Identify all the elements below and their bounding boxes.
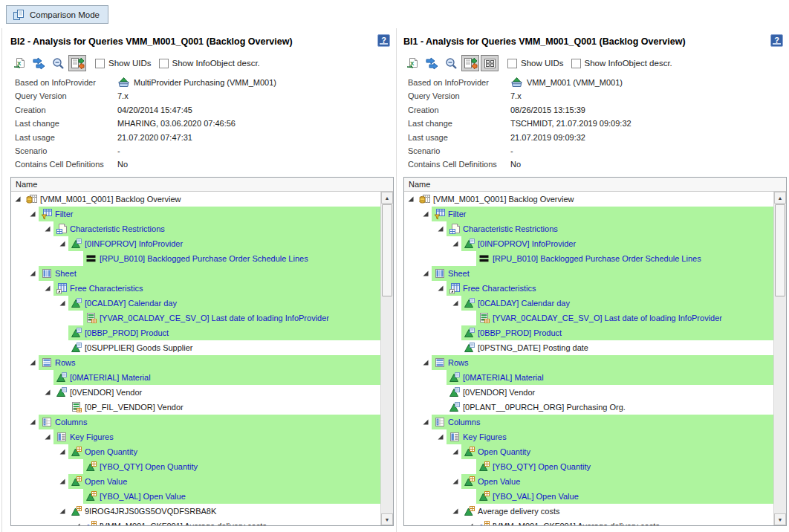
expander-icon[interactable]: [407, 195, 415, 203]
scroll-down-button[interactable]: ▼: [381, 513, 393, 525]
expander-icon[interactable]: [437, 285, 444, 292]
expander-icon[interactable]: [452, 507, 459, 515]
tree-row[interactable]: [0P_FIL_VENDOR] Vendor: [11, 400, 380, 415]
tree-row[interactable]: Free Characteristics: [11, 281, 380, 296]
compare-documents-button[interactable]: [461, 55, 479, 71]
expander-icon[interactable]: [14, 195, 22, 203]
tree-row[interactable]: [0MATERIAL] Material: [404, 370, 773, 385]
tree-row[interactable]: [YBO_VAL] Open Value: [404, 489, 773, 504]
transfer-arrows-button[interactable]: [30, 55, 48, 71]
tree-row[interactable]: [YVAR_0CALDAY_CE_SV_O] Last date of load…: [404, 311, 773, 325]
tree-row[interactable]: Sheet: [404, 266, 773, 281]
tree-row[interactable]: Filter: [11, 207, 380, 221]
expander-icon[interactable]: [29, 418, 36, 426]
tree-row[interactable]: Sheet: [11, 266, 380, 281]
tree-row[interactable]: [0MATERIAL] Material: [11, 370, 380, 385]
tree-row[interactable]: [VMM_M001_Q001] Backlog Overview: [11, 192, 380, 207]
show-uids-checkbox[interactable]: Show UIDs: [507, 59, 564, 68]
tree-row[interactable]: [0VENDOR] Vendor: [11, 385, 380, 400]
expander-icon[interactable]: [44, 225, 51, 233]
comparison-mode-button[interactable]: Comparison Mode: [6, 5, 108, 24]
compare-documents-button[interactable]: [68, 55, 86, 71]
tree-row[interactable]: Open Quantity: [404, 444, 773, 459]
expander-icon[interactable]: [44, 433, 51, 441]
tree-row[interactable]: Free Characteristics: [404, 281, 773, 296]
tree-row[interactable]: [YBO_VAL] Open Value: [11, 489, 380, 504]
tree-row[interactable]: [0BBP_PROD] Product: [404, 325, 773, 340]
tree-row[interactable]: Key Figures: [404, 429, 773, 444]
tree-row[interactable]: Open Value: [404, 474, 773, 489]
expander-icon[interactable]: [59, 240, 66, 247]
expander-icon[interactable]: [29, 210, 36, 218]
tree-row[interactable]: Characteristic Restrictions: [11, 221, 380, 236]
expander-icon[interactable]: [422, 359, 429, 366]
tree-row[interactable]: [YBO_QTY] Open Quantity: [404, 459, 773, 474]
expander-icon[interactable]: [422, 270, 429, 277]
checkbox-box[interactable]: [571, 59, 581, 68]
search-zoom-button[interactable]: [49, 55, 67, 71]
tree-row[interactable]: Rows: [11, 355, 380, 370]
expander-icon[interactable]: [59, 299, 66, 307]
tree-row[interactable]: [YVAR_0CALDAY_CE_SV_O] Last date of load…: [11, 311, 380, 325]
tree-row[interactable]: [0PLANT__0PURCH_ORG] Purchasing Org.: [404, 400, 773, 415]
tree-row[interactable]: fx[VMM_M001_CKF001] Average delivery cos…: [404, 519, 773, 525]
expander-icon[interactable]: [452, 478, 459, 485]
tree-row[interactable]: [0INFOPROV] InfoProvider: [404, 236, 773, 251]
expander-icon[interactable]: [452, 299, 459, 307]
show-uids-checkbox[interactable]: Show UIDs: [95, 59, 152, 68]
tree-row[interactable]: Open Quantity: [11, 444, 380, 459]
tree-row[interactable]: Columns: [404, 415, 773, 429]
tree-row[interactable]: Open Value: [11, 474, 380, 489]
scroll-down-button[interactable]: ▼: [774, 513, 786, 525]
show-infoobject-checkbox[interactable]: Show InfoObject descr.: [571, 59, 672, 68]
expander-icon[interactable]: [467, 522, 474, 525]
tree-row[interactable]: Key Figures: [11, 429, 380, 444]
export-excel-button[interactable]: X: [10, 55, 28, 71]
tree-row[interactable]: Rows: [404, 355, 773, 370]
expander-icon[interactable]: [452, 240, 459, 247]
tree-row[interactable]: [0CALDAY] Calendar day: [404, 296, 773, 311]
tree-row[interactable]: [YBO_QTY] Open Quantity: [11, 459, 380, 474]
expander-icon[interactable]: [452, 448, 459, 455]
split-columns-button[interactable]: [481, 55, 499, 71]
help-icon[interactable]: ?: [770, 34, 783, 47]
expander-icon[interactable]: [437, 433, 444, 441]
tree-row[interactable]: Average delivery costs: [404, 504, 773, 519]
expander-icon[interactable]: [59, 478, 66, 485]
tree-row[interactable]: 9IROG4JRJS0GS5OVQDFSRBA8K: [11, 504, 380, 519]
checkbox-box[interactable]: [159, 59, 169, 68]
expander-icon[interactable]: [44, 389, 51, 396]
search-zoom-button[interactable]: [442, 55, 460, 71]
scroll-up-button[interactable]: ▲: [774, 192, 786, 204]
scrollbar-thumb[interactable]: [775, 204, 785, 296]
tree-row[interactable]: [0CALDAY] Calendar day: [11, 296, 380, 311]
help-icon[interactable]: ?: [377, 34, 390, 47]
scroll-up-button[interactable]: ▲: [381, 192, 393, 204]
expander-icon[interactable]: [74, 522, 81, 525]
expander-icon[interactable]: [29, 359, 36, 366]
tree-row[interactable]: Filter: [404, 207, 773, 221]
vertical-scrollbar[interactable]: ▲ ▼: [773, 192, 786, 525]
show-infoobject-checkbox[interactable]: Show InfoObject descr.: [159, 59, 260, 68]
tree-row[interactable]: [0BBP_PROD] Product: [11, 325, 380, 340]
tree-row[interactable]: fx[VMM_M001_CKF001] Average delivery cos…: [11, 519, 380, 525]
transfer-arrows-button[interactable]: [423, 55, 441, 71]
tree-row[interactable]: [VMM_M001_Q001] Backlog Overview: [404, 192, 773, 207]
tree-row[interactable]: [0SUPPLIER] Goods Supplier: [11, 340, 380, 355]
tree-row[interactable]: [0INFOPROV] InfoProvider: [11, 236, 380, 251]
expander-icon[interactable]: [59, 507, 66, 515]
tree-row[interactable]: [0VENDOR] Vendor: [404, 385, 773, 400]
checkbox-box[interactable]: [507, 59, 517, 68]
vertical-scrollbar[interactable]: ▲ ▼: [380, 192, 393, 525]
expander-icon[interactable]: [59, 448, 66, 455]
tree-row[interactable]: Columns: [11, 415, 380, 429]
scrollbar-thumb[interactable]: [382, 204, 392, 296]
tree-row[interactable]: [RPU_B010] Backlogged Purchase Order Sch…: [404, 251, 773, 266]
expander-icon[interactable]: [422, 418, 429, 426]
tree-row[interactable]: Characteristic Restrictions: [404, 221, 773, 236]
checkbox-box[interactable]: [95, 59, 105, 68]
expander-icon[interactable]: [29, 270, 36, 277]
expander-icon[interactable]: [422, 210, 429, 218]
expander-icon[interactable]: [44, 285, 51, 292]
expander-icon[interactable]: [437, 225, 444, 233]
